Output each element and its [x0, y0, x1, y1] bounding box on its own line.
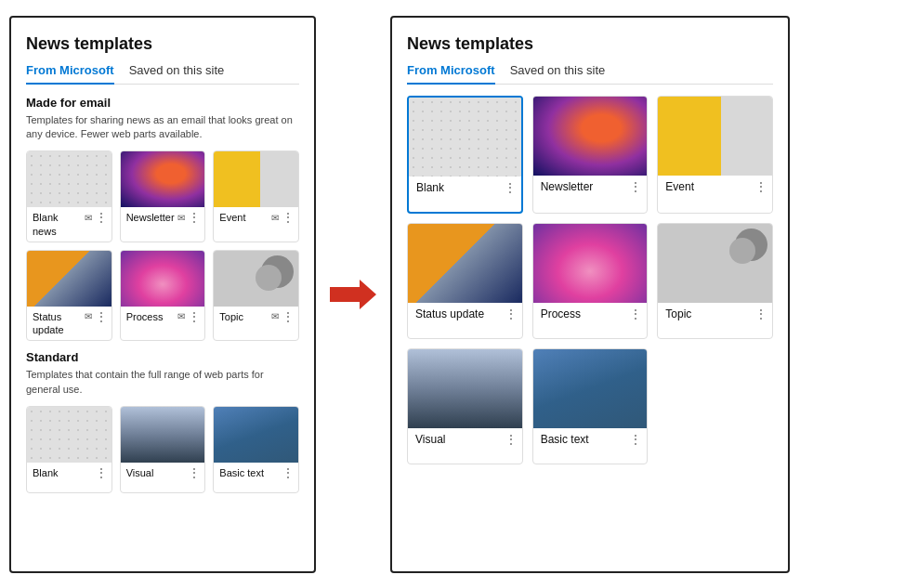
- more-icon-status-left[interactable]: ⋮: [94, 310, 108, 323]
- template-card-process-right[interactable]: Process ⋮: [532, 223, 649, 339]
- right-panel-tabs: From Microsoft Saved on this site: [407, 63, 773, 85]
- section-email-title: Made for email: [26, 96, 299, 110]
- more-icon-event-right[interactable]: ⋮: [754, 180, 767, 193]
- template-card-newsletter-left[interactable]: Newsletter ✉ ⋮: [120, 150, 206, 242]
- section-standard-desc: Templates that contain the full range of…: [26, 368, 299, 397]
- template-footer-event-left: Event ✉ ⋮: [214, 207, 298, 237]
- more-icon-basictext-right[interactable]: ⋮: [628, 433, 642, 446]
- tab-from-microsoft-right[interactable]: From Microsoft: [407, 63, 495, 85]
- more-icon-event-left[interactable]: ⋮: [281, 211, 295, 224]
- more-icon-blank-news[interactable]: ⋮: [94, 211, 108, 224]
- more-icon-topic-left[interactable]: ⋮: [281, 310, 295, 323]
- template-icons-blank-news: ✉ ⋮: [85, 211, 108, 224]
- template-card-event-right[interactable]: Event ⋮: [657, 96, 773, 214]
- template-name-blank-news: Blank news: [33, 211, 85, 238]
- template-thumb-visual-left: [121, 407, 205, 463]
- template-thumb-event-left: [214, 151, 298, 207]
- template-card-newsletter-right[interactable]: Newsletter ⋮: [532, 96, 649, 214]
- right-panel-title: News templates: [407, 34, 773, 54]
- template-card-blank-right[interactable]: Blank ⋮: [407, 96, 523, 214]
- template-name-visual-left: Visual: [126, 466, 188, 479]
- template-card-blank-news[interactable]: Blank news ✉ ⋮: [26, 150, 112, 242]
- template-icons-status-left: ✉ ⋮: [85, 310, 108, 323]
- svg-marker-0: [330, 280, 376, 309]
- template-card-status-right[interactable]: Status update ⋮: [407, 223, 523, 339]
- template-icons-status-right: ⋮: [504, 307, 518, 320]
- template-card-topic-right[interactable]: Topic ⋮: [657, 223, 773, 339]
- template-card-blank-std[interactable]: Blank ⋮: [26, 406, 112, 493]
- template-footer-topic-left: Topic ✉ ⋮: [214, 307, 298, 336]
- left-panel: News templates From Microsoft Saved on t…: [9, 16, 316, 573]
- tab-saved-on-site-right[interactable]: Saved on this site: [510, 63, 606, 84]
- template-footer-blank-right: Blank ⋮: [409, 176, 521, 212]
- left-panel-title: News templates: [26, 34, 299, 54]
- more-icon-process-right[interactable]: ⋮: [628, 307, 642, 320]
- template-icons-newsletter-right: ⋮: [628, 180, 642, 193]
- more-icon-newsletter-right[interactable]: ⋮: [628, 180, 642, 193]
- template-footer-topic-right: Topic ⋮: [658, 303, 772, 338]
- template-name-event-right: Event: [665, 180, 754, 195]
- template-footer-newsletter-right: Newsletter ⋮: [533, 176, 648, 211]
- template-footer-process-left: Process ✉ ⋮: [121, 307, 205, 336]
- template-icons-process-right: ⋮: [628, 307, 642, 320]
- more-icon-newsletter-left[interactable]: ⋮: [187, 211, 201, 224]
- template-thumb-visual-right: [408, 349, 522, 428]
- template-icons-blank-right: ⋮: [503, 181, 517, 194]
- template-footer-basictext-right: Basic text ⋮: [533, 428, 648, 464]
- tab-from-microsoft-left[interactable]: From Microsoft: [26, 63, 114, 85]
- template-icons-visual-left: ⋮: [187, 466, 201, 479]
- template-card-basictext-left[interactable]: Basic text ⋮: [213, 406, 299, 493]
- template-icons-blank-std: ⋮: [94, 466, 108, 479]
- template-footer-blank-news: Blank news ✉ ⋮: [27, 207, 111, 242]
- template-name-blank-right: Blank: [416, 181, 503, 196]
- more-icon-basictext-left[interactable]: ⋮: [281, 466, 295, 479]
- template-footer-blank-std: Blank ⋮: [27, 463, 111, 492]
- template-thumb-status-left: [27, 251, 111, 307]
- more-icon-visual-left[interactable]: ⋮: [187, 466, 201, 479]
- template-card-status-left[interactable]: Status update ✉ ⋮: [26, 250, 112, 342]
- email-icon-status-left: ✉: [85, 311, 92, 321]
- email-icon-newsletter-left: ✉: [177, 213, 185, 223]
- right-templates-grid: Blank ⋮ Newsletter ⋮: [407, 96, 773, 464]
- section-standard-title: Standard: [26, 350, 299, 364]
- template-name-status-right: Status update: [415, 307, 504, 322]
- more-icon-status-right[interactable]: ⋮: [504, 307, 518, 320]
- template-thumb-process-right: [533, 224, 648, 303]
- more-icon-visual-right[interactable]: ⋮: [504, 433, 518, 446]
- template-name-basictext-right: Basic text: [541, 433, 629, 448]
- template-thumb-status-right: [408, 224, 522, 303]
- template-thumb-event-right: [658, 97, 772, 176]
- template-card-visual-right[interactable]: Visual ⋮: [407, 348, 523, 464]
- direction-arrow: [330, 280, 376, 309]
- template-icons-visual-right: ⋮: [504, 433, 518, 446]
- template-name-status-left: Status update: [33, 310, 85, 337]
- section-email-desc: Templates for sharing news as an email t…: [26, 113, 299, 142]
- template-icons-newsletter-left: ✉ ⋮: [177, 211, 201, 224]
- template-card-visual-left[interactable]: Visual ⋮: [120, 406, 206, 493]
- email-icon-event-left: ✉: [271, 213, 279, 223]
- template-footer-newsletter-left: Newsletter ✉ ⋮: [121, 207, 205, 237]
- template-name-process-left: Process: [126, 310, 178, 323]
- template-name-topic-right: Topic: [665, 307, 754, 322]
- more-icon-blank-std[interactable]: ⋮: [94, 466, 108, 479]
- tab-saved-on-site-left[interactable]: Saved on this site: [129, 63, 225, 84]
- template-footer-visual-left: Visual ⋮: [121, 463, 205, 492]
- template-thumb-process-left: [121, 251, 205, 307]
- template-thumb-newsletter-left: [121, 151, 205, 207]
- more-icon-topic-right[interactable]: ⋮: [754, 307, 767, 320]
- template-icons-basictext-left: ⋮: [281, 466, 295, 479]
- template-name-newsletter-right: Newsletter: [541, 180, 629, 195]
- more-icon-blank-right[interactable]: ⋮: [503, 181, 517, 194]
- template-card-event-left[interactable]: Event ✉ ⋮: [213, 150, 299, 242]
- template-icons-event-left: ✉ ⋮: [271, 211, 295, 224]
- template-card-topic-left[interactable]: Topic ✉ ⋮: [213, 250, 299, 342]
- more-icon-process-left[interactable]: ⋮: [187, 310, 201, 323]
- template-thumb-topic-left: [214, 251, 298, 307]
- template-card-process-left[interactable]: Process ✉ ⋮: [120, 250, 206, 342]
- email-icon-process-left: ✉: [177, 311, 185, 321]
- email-templates-grid: Blank news ✉ ⋮ Newsletter ✉ ⋮: [26, 150, 299, 341]
- template-card-basictext-right[interactable]: Basic text ⋮: [532, 348, 649, 464]
- standard-templates-grid: Blank ⋮ Visual ⋮: [26, 406, 299, 493]
- template-icons-process-left: ✉ ⋮: [177, 310, 201, 323]
- left-panel-tabs: From Microsoft Saved on this site: [26, 63, 299, 85]
